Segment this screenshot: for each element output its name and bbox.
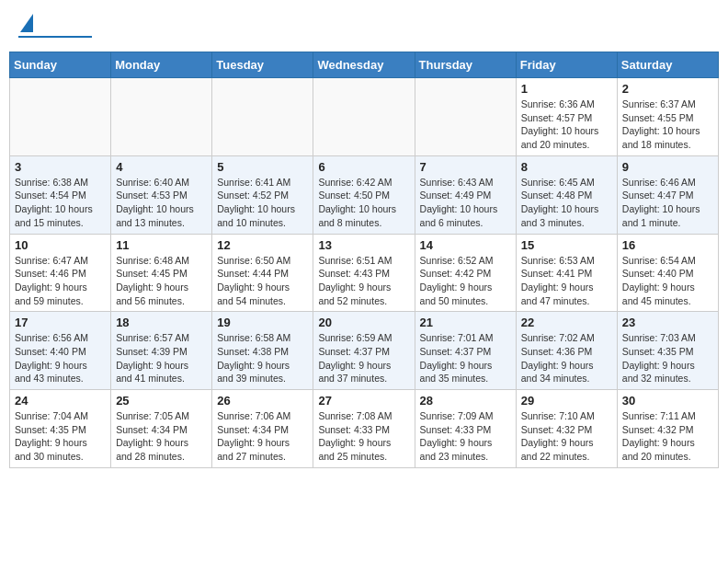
day-info: Sunrise: 6:47 AM Sunset: 4:46 PM Dayligh…: [15, 254, 106, 308]
calendar-cell: [10, 78, 111, 156]
day-info: Sunrise: 6:48 AM Sunset: 4:45 PM Dayligh…: [116, 254, 207, 308]
calendar-cell: 5Sunrise: 6:41 AM Sunset: 4:52 PM Daylig…: [212, 155, 313, 234]
day-info: Sunrise: 6:53 AM Sunset: 4:41 PM Dayligh…: [521, 254, 612, 308]
day-number: 1: [521, 82, 612, 96]
logo: [18, 14, 92, 38]
day-header-monday: Monday: [111, 52, 212, 78]
calendar-cell: 23Sunrise: 7:03 AM Sunset: 4:35 PM Dayli…: [617, 312, 718, 390]
day-header-friday: Friday: [516, 52, 617, 78]
calendar-cell: 2Sunrise: 6:37 AM Sunset: 4:55 PM Daylig…: [617, 78, 718, 156]
day-info: Sunrise: 6:42 AM Sunset: 4:50 PM Dayligh…: [318, 176, 409, 230]
day-number: 25: [116, 394, 207, 408]
day-number: 14: [420, 238, 511, 252]
day-number: 21: [420, 316, 511, 329]
day-number: 27: [318, 394, 409, 408]
calendar-cell: 30Sunrise: 7:11 AM Sunset: 4:32 PM Dayli…: [617, 390, 718, 468]
calendar-table: SundayMondayTuesdayWednesdayThursdayFrid…: [9, 52, 719, 468]
day-number: 5: [217, 160, 308, 174]
day-info: Sunrise: 6:37 AM Sunset: 4:55 PM Dayligh…: [622, 98, 713, 152]
calendar-cell: 10Sunrise: 6:47 AM Sunset: 4:46 PM Dayli…: [10, 234, 111, 312]
day-info: Sunrise: 6:41 AM Sunset: 4:52 PM Dayligh…: [217, 176, 308, 230]
day-number: 15: [521, 238, 612, 252]
day-info: Sunrise: 7:10 AM Sunset: 4:32 PM Dayligh…: [521, 409, 612, 464]
day-number: 26: [217, 394, 308, 408]
logo-triangle-icon: [20, 14, 33, 32]
day-number: 11: [116, 238, 207, 252]
calendar-cell: 13Sunrise: 6:51 AM Sunset: 4:43 PM Dayli…: [313, 234, 415, 312]
calendar-cell: 4Sunrise: 6:40 AM Sunset: 4:53 PM Daylig…: [111, 155, 212, 234]
day-info: Sunrise: 6:59 AM Sunset: 4:37 PM Dayligh…: [318, 331, 409, 385]
day-info: Sunrise: 7:01 AM Sunset: 4:37 PM Dayligh…: [420, 331, 511, 385]
calendar-cell: 21Sunrise: 7:01 AM Sunset: 4:37 PM Dayli…: [415, 312, 516, 390]
day-header-saturday: Saturday: [617, 52, 718, 78]
day-number: 6: [318, 160, 409, 174]
day-number: 10: [15, 238, 106, 252]
day-number: 8: [521, 160, 612, 174]
calendar-cell: 19Sunrise: 6:58 AM Sunset: 4:38 PM Dayli…: [212, 312, 313, 390]
calendar-cell: 22Sunrise: 7:02 AM Sunset: 4:36 PM Dayli…: [516, 312, 617, 390]
calendar-cell: 18Sunrise: 6:57 AM Sunset: 4:39 PM Dayli…: [111, 312, 212, 390]
day-info: Sunrise: 6:38 AM Sunset: 4:54 PM Dayligh…: [15, 176, 106, 230]
calendar-cell: 3Sunrise: 6:38 AM Sunset: 4:54 PM Daylig…: [10, 155, 111, 234]
day-info: Sunrise: 6:46 AM Sunset: 4:47 PM Dayligh…: [622, 176, 713, 230]
day-number: 28: [420, 394, 511, 408]
calendar-cell: 6Sunrise: 6:42 AM Sunset: 4:50 PM Daylig…: [313, 155, 415, 234]
day-number: 19: [217, 316, 308, 329]
day-number: 30: [622, 394, 713, 408]
day-info: Sunrise: 7:09 AM Sunset: 4:33 PM Dayligh…: [420, 409, 511, 464]
calendar-cell: 20Sunrise: 6:59 AM Sunset: 4:37 PM Dayli…: [313, 312, 415, 390]
day-header-sunday: Sunday: [10, 52, 111, 78]
calendar-cell: 27Sunrise: 7:08 AM Sunset: 4:33 PM Dayli…: [313, 390, 415, 468]
calendar-header-row: SundayMondayTuesdayWednesdayThursdayFrid…: [10, 52, 719, 78]
calendar-week-1: 1Sunrise: 6:36 AM Sunset: 4:57 PM Daylig…: [10, 78, 719, 156]
calendar-cell: 1Sunrise: 6:36 AM Sunset: 4:57 PM Daylig…: [516, 78, 617, 156]
day-number: 9: [622, 160, 713, 174]
day-info: Sunrise: 7:03 AM Sunset: 4:35 PM Dayligh…: [622, 331, 713, 385]
day-info: Sunrise: 7:04 AM Sunset: 4:35 PM Dayligh…: [15, 409, 106, 464]
day-info: Sunrise: 6:40 AM Sunset: 4:53 PM Dayligh…: [116, 176, 207, 230]
day-number: 3: [15, 160, 106, 174]
day-header-thursday: Thursday: [415, 52, 516, 78]
calendar-week-2: 3Sunrise: 6:38 AM Sunset: 4:54 PM Daylig…: [10, 155, 719, 234]
day-info: Sunrise: 6:45 AM Sunset: 4:48 PM Dayligh…: [521, 176, 612, 230]
calendar-cell: 15Sunrise: 6:53 AM Sunset: 4:41 PM Dayli…: [516, 234, 617, 312]
day-info: Sunrise: 7:05 AM Sunset: 4:34 PM Dayligh…: [116, 409, 207, 464]
calendar-cell: 8Sunrise: 6:45 AM Sunset: 4:48 PM Daylig…: [516, 155, 617, 234]
day-number: 17: [15, 316, 106, 329]
day-number: 12: [217, 238, 308, 252]
calendar-cell: 14Sunrise: 6:52 AM Sunset: 4:42 PM Dayli…: [415, 234, 516, 312]
day-number: 4: [116, 160, 207, 174]
day-info: Sunrise: 7:11 AM Sunset: 4:32 PM Dayligh…: [622, 409, 713, 464]
day-number: 22: [521, 316, 612, 329]
day-number: 13: [318, 238, 409, 252]
day-info: Sunrise: 6:36 AM Sunset: 4:57 PM Dayligh…: [521, 98, 612, 152]
day-number: 23: [622, 316, 713, 329]
calendar-cell: 12Sunrise: 6:50 AM Sunset: 4:44 PM Dayli…: [212, 234, 313, 312]
calendar-cell: 11Sunrise: 6:48 AM Sunset: 4:45 PM Dayli…: [111, 234, 212, 312]
day-info: Sunrise: 6:56 AM Sunset: 4:40 PM Dayligh…: [15, 331, 106, 385]
calendar-cell: 25Sunrise: 7:05 AM Sunset: 4:34 PM Dayli…: [111, 390, 212, 468]
day-info: Sunrise: 7:08 AM Sunset: 4:33 PM Dayligh…: [318, 409, 409, 464]
calendar-cell: [313, 78, 415, 156]
day-number: 16: [622, 238, 713, 252]
calendar-week-4: 17Sunrise: 6:56 AM Sunset: 4:40 PM Dayli…: [10, 312, 719, 390]
logo-underline: [18, 36, 92, 38]
day-number: 24: [15, 394, 106, 408]
day-info: Sunrise: 7:02 AM Sunset: 4:36 PM Dayligh…: [521, 331, 612, 385]
day-number: 20: [318, 316, 409, 329]
day-number: 7: [420, 160, 511, 174]
calendar-week-3: 10Sunrise: 6:47 AM Sunset: 4:46 PM Dayli…: [10, 234, 719, 312]
day-number: 2: [622, 82, 713, 96]
day-info: Sunrise: 6:57 AM Sunset: 4:39 PM Dayligh…: [116, 331, 207, 385]
day-info: Sunrise: 7:06 AM Sunset: 4:34 PM Dayligh…: [217, 409, 308, 464]
day-number: 29: [521, 394, 612, 408]
calendar-cell: 24Sunrise: 7:04 AM Sunset: 4:35 PM Dayli…: [10, 390, 111, 468]
calendar-cell: [212, 78, 313, 156]
day-info: Sunrise: 6:43 AM Sunset: 4:49 PM Dayligh…: [420, 176, 511, 230]
calendar-cell: 26Sunrise: 7:06 AM Sunset: 4:34 PM Dayli…: [212, 390, 313, 468]
calendar-cell: [415, 78, 516, 156]
calendar-cell: 17Sunrise: 6:56 AM Sunset: 4:40 PM Dayli…: [10, 312, 111, 390]
calendar-cell: 7Sunrise: 6:43 AM Sunset: 4:49 PM Daylig…: [415, 155, 516, 234]
day-info: Sunrise: 6:58 AM Sunset: 4:38 PM Dayligh…: [217, 331, 308, 385]
day-info: Sunrise: 6:51 AM Sunset: 4:43 PM Dayligh…: [318, 254, 409, 308]
